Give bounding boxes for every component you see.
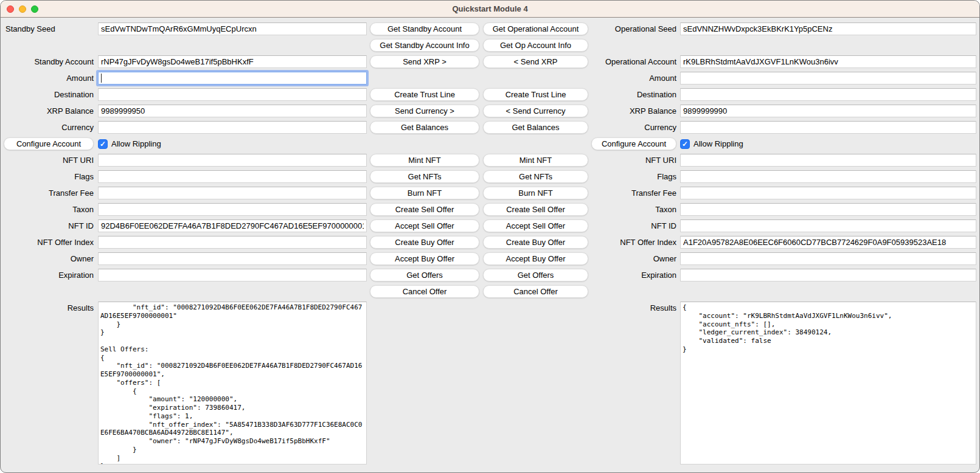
send-currency-right-button[interactable]: Send Currency > [370, 105, 479, 117]
send-xrp-right-button[interactable]: Send XRP > [370, 55, 479, 68]
standby-get-offers-button[interactable]: Get Offers [370, 269, 479, 281]
send-currency-left-button[interactable]: < Send Currency [483, 105, 588, 117]
operational-amount-label: Amount [591, 74, 676, 83]
standby-nft-offer-index-input[interactable] [98, 236, 367, 249]
operational-transfer-fee-input[interactable] [680, 187, 976, 199]
standby-taxon-input[interactable] [98, 203, 367, 216]
operational-destination-input[interactable] [680, 88, 976, 101]
row-amount: Amount Amount [4, 72, 976, 85]
row-nft-offer-index: NFT Offer Index Create Buy Offer Create … [4, 236, 976, 249]
standby-expiration-input[interactable] [98, 269, 367, 281]
standby-transfer-fee-input[interactable] [98, 187, 367, 199]
operational-transfer-fee-label: Transfer Fee [591, 188, 676, 198]
operational-get-nfts-button[interactable]: Get NFTs [483, 170, 588, 183]
get-operational-account-button[interactable]: Get Operational Account [483, 22, 588, 35]
operational-taxon-input[interactable] [680, 203, 976, 216]
row-account-info: Get Standby Account Info Get Op Account … [4, 39, 976, 52]
standby-account-label: Standby Account [4, 57, 94, 66]
operational-create-sell-offer-button[interactable]: Create Sell Offer [483, 203, 588, 216]
operational-account-input[interactable] [680, 55, 976, 68]
standby-get-balances-button[interactable]: Get Balances [370, 121, 479, 134]
standby-allow-rippling-checkbox[interactable]: ✓ [98, 139, 108, 149]
standby-accept-buy-offer-button[interactable]: Accept Buy Offer [370, 252, 479, 265]
row-cancel-offer: Cancel Offer Cancel Offer [4, 285, 976, 298]
operational-allow-rippling-checkbox[interactable]: ✓ [680, 139, 690, 149]
standby-nft-id-input[interactable] [98, 219, 367, 232]
operational-currency-label: Currency [591, 123, 676, 132]
operational-create-buy-offer-button[interactable]: Create Buy Offer [483, 236, 588, 249]
operational-expiration-input[interactable] [680, 269, 976, 281]
standby-amount-input[interactable] [98, 72, 367, 85]
operational-results-textarea[interactable]: { "account": "rK9LBRhStdmtAaVdJXGVF1LnKW… [680, 302, 976, 464]
operational-get-balances-button[interactable]: Get Balances [483, 121, 588, 134]
operational-results-label: Results [591, 302, 676, 312]
standby-create-buy-offer-button[interactable]: Create Buy Offer [370, 236, 479, 249]
get-standby-account-button[interactable]: Get Standby Account [370, 22, 479, 35]
standby-expiration-label: Expiration [4, 271, 94, 280]
send-xrp-left-button[interactable]: < Send XRP [483, 55, 588, 68]
operational-seed-label: Operational Seed [591, 24, 676, 33]
standby-create-trust-line-button[interactable]: Create Trust Line [370, 88, 479, 101]
standby-nft-uri-input[interactable] [98, 154, 367, 167]
operational-mint-nft-button[interactable]: Mint NFT [483, 154, 588, 167]
standby-xrp-balance-input[interactable] [98, 105, 367, 117]
title-bar[interactable]: Quickstart Module 4 [1, 1, 979, 18]
standby-cancel-offer-button[interactable]: Cancel Offer [370, 285, 479, 298]
standby-flags-input[interactable] [98, 170, 367, 183]
standby-currency-label: Currency [4, 123, 94, 132]
standby-seed-input[interactable] [98, 22, 367, 35]
row-flags: Flags Get NFTs Get NFTs Flags [4, 170, 976, 183]
standby-seed-label: Standby Seed [4, 24, 94, 33]
operational-burn-nft-button[interactable]: Burn NFT [483, 187, 588, 199]
operational-nft-uri-label: NFT URI [591, 156, 676, 165]
main-content: Standby Seed Get Standby Account Get Ope… [1, 18, 979, 464]
operational-flags-input[interactable] [680, 170, 976, 183]
operational-cancel-offer-button[interactable]: Cancel Offer [483, 285, 588, 298]
get-op-account-info-button[interactable]: Get Op Account Info [483, 39, 588, 52]
minimize-button-icon[interactable] [19, 5, 26, 13]
row-nft-id: NFT ID Accept Sell Offer Accept Sell Off… [4, 219, 976, 232]
operational-accept-buy-offer-button[interactable]: Accept Buy Offer [483, 252, 588, 265]
operational-nft-uri-input[interactable] [680, 154, 976, 167]
standby-get-nfts-button[interactable]: Get NFTs [370, 170, 479, 183]
standby-mint-nft-button[interactable]: Mint NFT [370, 154, 479, 167]
operational-accept-sell-offer-button[interactable]: Accept Sell Offer [483, 219, 588, 232]
operational-create-trust-line-button[interactable]: Create Trust Line [483, 88, 588, 101]
row-destination: Destination Create Trust Line Create Tru… [4, 88, 976, 101]
standby-transfer-fee-label: Transfer Fee [4, 188, 94, 198]
operational-taxon-label: Taxon [591, 205, 676, 214]
standby-amount-label: Amount [4, 74, 94, 83]
standby-accept-sell-offer-button[interactable]: Accept Sell Offer [370, 219, 479, 232]
standby-taxon-label: Taxon [4, 205, 94, 214]
standby-nft-uri-label: NFT URI [4, 156, 94, 165]
operational-get-offers-button[interactable]: Get Offers [483, 269, 588, 281]
operational-nft-id-label: NFT ID [591, 221, 676, 230]
operational-nft-id-input[interactable] [680, 219, 976, 232]
standby-create-sell-offer-button[interactable]: Create Sell Offer [370, 203, 479, 216]
standby-destination-label: Destination [4, 90, 94, 99]
operational-amount-input[interactable] [680, 72, 976, 85]
operational-owner-input[interactable] [680, 252, 976, 265]
standby-nft-offer-index-label: NFT Offer Index [4, 238, 94, 247]
row-seed: Standby Seed Get Standby Account Get Ope… [4, 22, 976, 35]
standby-destination-input[interactable] [98, 88, 367, 101]
standby-owner-input[interactable] [98, 252, 367, 265]
operational-configure-account-button[interactable]: Configure Account [591, 137, 676, 150]
row-owner: Owner Accept Buy Offer Accept Buy Offer … [4, 252, 976, 265]
standby-allow-rippling-group: ✓ Allow Rippling [98, 137, 367, 150]
standby-currency-input[interactable] [98, 121, 367, 134]
standby-results-label: Results [4, 302, 94, 312]
operational-seed-input[interactable] [680, 22, 976, 35]
close-button-icon[interactable] [7, 5, 14, 13]
standby-results-textarea[interactable]: "nft_id": "0008271092D4B6F0EE062DE7FA46A… [98, 302, 367, 464]
standby-burn-nft-button[interactable]: Burn NFT [370, 187, 479, 199]
operational-xrp-balance-input[interactable] [680, 105, 976, 117]
standby-account-input[interactable] [98, 55, 367, 68]
zoom-button-icon[interactable] [31, 5, 38, 13]
get-standby-account-info-button[interactable]: Get Standby Account Info [370, 39, 479, 52]
row-taxon: Taxon Create Sell Offer Create Sell Offe… [4, 203, 976, 216]
operational-currency-input[interactable] [680, 121, 976, 134]
operational-nft-offer-index-input[interactable] [680, 236, 976, 249]
standby-configure-account-button[interactable]: Configure Account [4, 137, 94, 150]
operational-nft-offer-index-label: NFT Offer Index [591, 238, 676, 247]
